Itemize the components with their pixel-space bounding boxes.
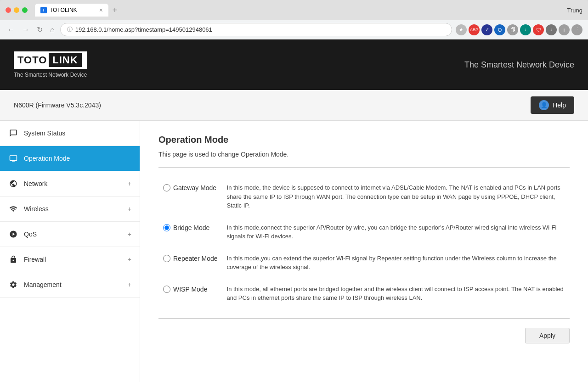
sidebar-item-management[interactable]: Management +: [0, 272, 140, 298]
sidebar-label-operation-mode: Operation Mode: [24, 155, 70, 162]
screen-icon: [8, 153, 18, 163]
sidebar-label-wireless: Wireless: [24, 205, 49, 213]
sidebar-label-system-status: System Status: [24, 129, 65, 137]
wisp-mode-cell: WISP Mode: [158, 278, 222, 309]
sidebar-item-wireless[interactable]: Wireless +: [0, 197, 140, 222]
logo-toto: TOTO: [17, 54, 47, 66]
browser-window: T TOTOLINK × + Trung ← → ↻ ⌂ ⓘ 192.168.0…: [0, 0, 588, 382]
qos-icon: [8, 229, 18, 239]
bookmark-icon[interactable]: ★: [456, 24, 467, 35]
gateway-mode-desc: In this mode, the device is supposed to …: [222, 177, 570, 217]
bridge-mode-label[interactable]: Bridge Mode: [173, 224, 209, 231]
minimize-window-button[interactable]: [14, 7, 19, 13]
table-row: Bridge Mode In this mode,connect the sup…: [158, 217, 570, 247]
tab-label: TOTOLINK: [50, 7, 96, 13]
repeater-mode-option[interactable]: Repeater Mode: [163, 254, 218, 262]
logo-tagline: The Smartest Network Device: [14, 72, 87, 78]
table-row: Gateway Mode In this mode, the device is…: [158, 177, 570, 217]
info-icon[interactable]: i: [559, 24, 570, 35]
app-header: TOTO LINK The Smartest Network Device Th…: [0, 39, 588, 90]
repeater-mode-desc: In this mode,you can extend the superior…: [222, 247, 570, 278]
sidebar-item-system-status[interactable]: System Status: [0, 121, 140, 146]
lock-icon: [8, 254, 18, 264]
apply-button[interactable]: Apply: [525, 328, 570, 343]
header-tagline-right: The Smartest Network Device: [464, 60, 574, 70]
wisp-mode-desc: In this mode, all ethernet ports are bri…: [222, 278, 570, 309]
logo-box: TOTO LINK: [14, 51, 87, 69]
address-bar[interactable]: ⓘ 192.168.0.1/home.asp?timestamp=1495012…: [60, 23, 452, 36]
tab-favicon: T: [40, 7, 47, 13]
table-row: Repeater Mode In this mode,you can exten…: [158, 247, 570, 278]
help-icon: 👤: [539, 100, 549, 110]
sidebar-item-network[interactable]: Network +: [0, 171, 140, 197]
sidebar-item-firewall[interactable]: Firewall +: [0, 247, 140, 272]
logo-link: LINK: [49, 53, 81, 67]
app-wrapper: TOTO LINK The Smartest Network Device Th…: [0, 39, 588, 382]
sidebar-item-operation-mode[interactable]: Operation Mode: [0, 146, 140, 171]
browser-toolbar: ← → ↻ ⌂ ⓘ 192.168.0.1/home.asp?timestamp…: [0, 20, 588, 39]
back-button[interactable]: ←: [6, 25, 17, 35]
globe-icon: [8, 179, 18, 189]
new-tab-button[interactable]: +: [108, 4, 121, 17]
network-expand-icon: +: [128, 180, 131, 187]
sidebar-item-qos[interactable]: QoS +: [0, 222, 140, 247]
forward-button[interactable]: →: [20, 25, 31, 35]
toolbar-extensions: ★ ABP ✓ O 🗍 ↓ 🛡 ↓ i ⋮: [456, 24, 582, 35]
repeater-mode-cell: Repeater Mode: [158, 247, 222, 278]
management-expand-icon: +: [128, 281, 131, 288]
apply-section: Apply: [158, 318, 570, 343]
extension2-icon[interactable]: O: [494, 24, 505, 35]
device-bar: N600R (Firmware V5.3c.2043) 👤 Help: [0, 90, 588, 121]
page-description: This page is used to change Operation Mo…: [158, 151, 570, 158]
browser-user: Trung: [567, 7, 582, 14]
wifi-icon: [8, 204, 18, 214]
extension1-icon[interactable]: ✓: [481, 24, 492, 35]
top-divider: [158, 167, 570, 168]
extension4-icon[interactable]: ↓: [520, 24, 531, 35]
extension3-icon[interactable]: 🗍: [507, 24, 518, 35]
active-tab[interactable]: T TOTOLINK ×: [35, 4, 108, 17]
home-button[interactable]: ⌂: [48, 25, 57, 35]
gateway-mode-cell: Gateway Mode: [158, 177, 222, 217]
bridge-mode-radio[interactable]: [163, 224, 170, 231]
bridge-mode-desc: In this mode,connect the superior AP/Rou…: [222, 217, 570, 247]
close-window-button[interactable]: [6, 7, 11, 13]
device-name: N600R (Firmware V5.3c.2043): [14, 101, 101, 109]
repeater-mode-radio[interactable]: [163, 255, 170, 262]
tab-close-button[interactable]: ×: [99, 6, 103, 14]
gateway-mode-option[interactable]: Gateway Mode: [163, 183, 218, 191]
qos-expand-icon: +: [128, 230, 131, 238]
refresh-button[interactable]: ↻: [35, 24, 45, 35]
gateway-mode-label[interactable]: Gateway Mode: [173, 184, 216, 191]
wireless-expand-icon: +: [128, 205, 131, 213]
url-text: 192.168.0.1/home.asp?timestamp=149501294…: [75, 26, 445, 33]
sidebar-label-qos: QoS: [24, 230, 37, 238]
browser-tabs: T TOTOLINK × +: [35, 4, 564, 17]
lock-icon: ⓘ: [67, 26, 73, 34]
browser-titlebar: T TOTOLINK × + Trung: [0, 0, 588, 20]
repeater-mode-label[interactable]: Repeater Mode: [173, 255, 218, 262]
wisp-mode-option[interactable]: WISP Mode: [163, 285, 218, 293]
page-title: Operation Mode: [158, 135, 570, 145]
main-layout: System Status Operation Mode: [0, 121, 588, 382]
adblock-icon[interactable]: ABP: [469, 24, 480, 35]
sidebar: System Status Operation Mode: [0, 121, 140, 382]
chat-icon: [8, 128, 18, 138]
bridge-mode-option[interactable]: Bridge Mode: [163, 223, 218, 231]
help-label: Help: [553, 101, 566, 109]
wisp-mode-radio[interactable]: [163, 286, 170, 293]
content-area: Operation Mode This page is used to chan…: [140, 121, 588, 382]
gateway-mode-radio[interactable]: [163, 184, 170, 191]
firewall-expand-icon: +: [128, 256, 131, 263]
wisp-mode-label[interactable]: WISP Mode: [173, 286, 207, 293]
help-button[interactable]: 👤 Help: [531, 96, 574, 114]
extension6-icon[interactable]: ↓: [546, 24, 557, 35]
extension5-icon[interactable]: 🛡: [533, 24, 544, 35]
menu-icon[interactable]: ⋮: [571, 24, 582, 35]
sidebar-label-network: Network: [24, 180, 47, 187]
logo-container: TOTO LINK The Smartest Network Device: [14, 51, 87, 78]
sidebar-label-firewall: Firewall: [24, 256, 46, 263]
sidebar-label-management: Management: [24, 281, 62, 288]
mode-table: Gateway Mode In this mode, the device is…: [158, 177, 570, 309]
maximize-window-button[interactable]: [22, 7, 28, 13]
